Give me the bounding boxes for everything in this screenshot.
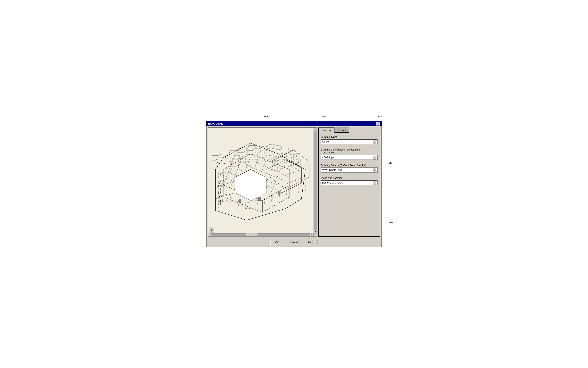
svg-rect-26 — [255, 148, 261, 152]
svg-rect-47 — [245, 162, 251, 166]
form-panel: Building Type: Office ▽ Building Constru… — [318, 133, 380, 237]
scrollbar-corner — [314, 233, 317, 236]
ref-300: 300 — [378, 115, 382, 118]
svg-rect-67 — [273, 194, 278, 200]
title-bar: HVAC Loads ✕ — [206, 121, 382, 126]
svg-rect-46 — [239, 164, 244, 168]
dropdown-arrow-icon-4: ↵ — [374, 182, 375, 184]
building-type-value: Office — [322, 140, 329, 143]
scroll-up-button[interactable]: ▲ — [314, 128, 317, 131]
building-service-label: Building Service (Default Room Service): — [321, 164, 378, 167]
svg-rect-28 — [269, 145, 274, 148]
svg-rect-64 — [252, 200, 258, 206]
building-type-label: Building Type: — [321, 136, 378, 138]
svg-line-75 — [286, 178, 301, 184]
svg-rect-24 — [241, 153, 246, 157]
ref-330: 330 — [388, 221, 393, 224]
svg-line-1 — [212, 162, 239, 166]
svg-rect-61 — [232, 197, 237, 203]
vertical-scrollbar[interactable]: ▲ ▼ — [314, 128, 317, 233]
svg-rect-45 — [232, 166, 237, 170]
close-button[interactable]: ✕ — [376, 122, 380, 126]
svg-rect-22 — [227, 158, 233, 162]
viewport-canvas: .bld { fill: none; stroke: #000; stroke-… — [208, 128, 317, 236]
svg-rect-31 — [290, 150, 295, 154]
svg-rect-43 — [295, 159, 301, 163]
svg-rect-57 — [218, 188, 224, 194]
svg-rect-20 — [237, 148, 247, 153]
help-button[interactable]: Help — [304, 240, 318, 245]
svg-line-74 — [286, 169, 301, 175]
compass-icon: ⊕ — [211, 228, 213, 231]
ref-320: 320 — [321, 115, 326, 118]
building-construction-value: <Building> — [322, 156, 334, 159]
svg-rect-33 — [225, 163, 230, 167]
svg-rect-39 — [266, 150, 272, 154]
building-construction-select[interactable]: <Building> ↵ — [321, 155, 378, 160]
dialog-buttons: OK Cancel Help — [206, 238, 382, 247]
svg-rect-49 — [259, 157, 265, 161]
right-panel: Buliding Rooms Building Type: Office — [318, 128, 380, 237]
svg-rect-69 — [286, 190, 292, 196]
svg-rect-53 — [288, 161, 294, 165]
ref-324: 324 — [388, 162, 393, 165]
place-location-group: Place and Location: Boston, MA., USA ↵ — [321, 176, 378, 185]
svg-rect-29 — [276, 146, 281, 149]
scroll-down-button[interactable]: ▼ — [314, 230, 317, 233]
svg-rect-30 — [283, 148, 288, 152]
viewport-toolbar: ⊕ — [209, 227, 214, 232]
svg-rect-66 — [266, 196, 271, 202]
building-service-dropdown-button[interactable]: ▽ — [373, 168, 376, 172]
building-type-group: Building Type: Office ▽ — [321, 136, 378, 144]
dropdown-arrow-icon: ▽ — [374, 141, 375, 143]
cancel-button[interactable]: Cancel — [287, 240, 301, 245]
svg-rect-27 — [262, 147, 267, 150]
tab-bar: Buliding Rooms — [318, 128, 380, 133]
svg-rect-42 — [288, 156, 294, 160]
svg-rect-21 — [246, 146, 256, 150]
place-location-value: Boston, MA., USA — [322, 181, 343, 184]
svg-rect-55 — [218, 173, 224, 179]
viewport-panel: .bld { fill: none; stroke: #000; stroke-… — [208, 128, 317, 237]
svg-rect-23 — [234, 155, 240, 159]
scroll-left-button[interactable]: ◄ — [208, 233, 211, 236]
dropdown-arrow-icon-3: ▽ — [374, 169, 375, 171]
horizontal-scrollbar[interactable]: ◄ ► — [208, 233, 314, 236]
building-construction-dropdown-button[interactable]: ↵ — [373, 155, 376, 159]
building-construction-group: Building Construction (Default Room Cons… — [321, 148, 378, 160]
svg-rect-86 — [278, 191, 280, 195]
ok-button[interactable]: OK — [270, 240, 284, 245]
svg-rect-80 — [272, 167, 278, 171]
svg-rect-40 — [274, 151, 279, 155]
svg-rect-36 — [245, 156, 251, 160]
place-location-dropdown-button[interactable]: ↵ — [373, 181, 376, 185]
tab-rooms[interactable]: Rooms — [334, 128, 349, 133]
building-service-group: Building Service (Default Room Service):… — [321, 164, 378, 173]
svg-rect-70 — [293, 188, 299, 194]
building-service-value: VAV - Single Duct — [322, 168, 342, 171]
building-service-select[interactable]: VAV - Single Duct ▽ — [321, 167, 378, 173]
svg-rect-44 — [225, 169, 230, 173]
svg-rect-37 — [252, 154, 258, 158]
svg-rect-84 — [239, 199, 241, 203]
svg-marker-15 — [262, 185, 290, 212]
svg-rect-38 — [259, 152, 265, 156]
svg-rect-32 — [297, 153, 302, 157]
building-type-dropdown-button[interactable]: ▽ — [373, 140, 376, 144]
svg-rect-81 — [279, 165, 285, 169]
h-scroll-thumb[interactable] — [246, 233, 258, 236]
svg-rect-50 — [266, 155, 272, 159]
scroll-right-button[interactable]: ► — [310, 233, 314, 236]
svg-rect-17 — [212, 155, 219, 160]
compass-button[interactable]: ⊕ — [209, 227, 214, 232]
svg-rect-60 — [225, 194, 230, 200]
place-location-select[interactable]: Boston, MA., USA ↵ — [321, 180, 378, 185]
svg-rect-63 — [245, 203, 251, 209]
place-location-label: Place and Location: — [321, 176, 378, 179]
ref-164: 164 — [264, 115, 268, 118]
building-type-select[interactable]: Office ▽ — [321, 139, 378, 144]
hvac-loads-dialog: HVAC Loads ✕ .bld { fill: none; stroke: … — [206, 121, 382, 247]
building-drawing: .bld { fill: none; stroke: #000; stroke-… — [212, 133, 313, 231]
tab-building[interactable]: Buliding — [318, 128, 334, 133]
svg-rect-82 — [286, 162, 292, 166]
